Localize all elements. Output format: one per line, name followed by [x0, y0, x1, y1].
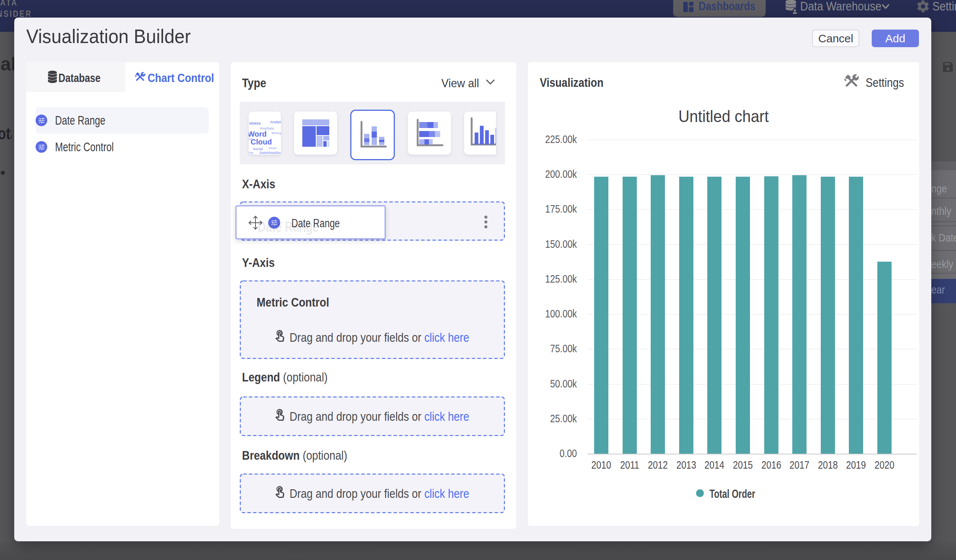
svg-text:Mining: Mining	[272, 132, 281, 135]
svg-text:Cloud: Cloud	[251, 138, 272, 146]
svg-text:Word: Word	[249, 130, 267, 138]
svg-text:Social: Social	[253, 147, 263, 151]
svg-text:mean: mean	[269, 146, 277, 150]
svg-text:ming: ming	[249, 151, 253, 154]
svg-text:text: text	[249, 138, 253, 140]
svg-text:Analytics: Analytics	[270, 120, 281, 124]
svg-text:DataVisualize: DataVisualize	[259, 151, 281, 155]
svg-text:siness: siness	[249, 121, 261, 125]
